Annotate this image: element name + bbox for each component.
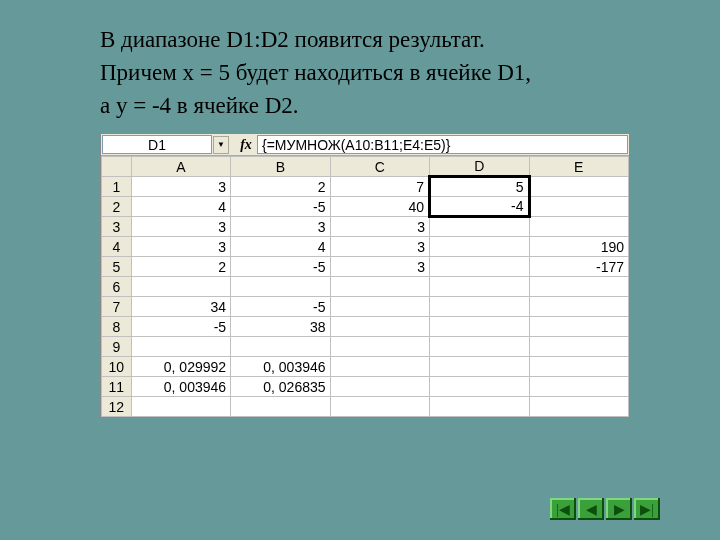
row-header-8[interactable]: 8 [102,317,132,337]
col-header-D[interactable]: D [430,157,529,177]
cell-C12[interactable] [330,397,429,417]
fx-icon[interactable]: fx [235,134,257,155]
col-header-A[interactable]: A [131,157,230,177]
cell-A7[interactable]: 34 [131,297,230,317]
col-header-E[interactable]: E [529,157,629,177]
cell-E9[interactable] [529,337,629,357]
cell-D6[interactable] [430,277,529,297]
table-row: 13275 [102,177,629,197]
cell-A11[interactable]: 0, 003946 [131,377,230,397]
row-header-7[interactable]: 7 [102,297,132,317]
cell-D1[interactable]: 5 [430,177,529,197]
intro-text: В диапазоне D1:D2 появится результат. Пр… [100,24,630,121]
cell-B11[interactable]: 0, 026835 [231,377,330,397]
cell-C1[interactable]: 7 [330,177,429,197]
row-header-1[interactable]: 1 [102,177,132,197]
cell-A5[interactable]: 2 [131,257,230,277]
cell-B2[interactable]: -5 [231,197,330,217]
row-header-9[interactable]: 9 [102,337,132,357]
cell-D5[interactable] [430,257,529,277]
cell-B7[interactable]: -5 [231,297,330,317]
cell-E8[interactable] [529,317,629,337]
row-header-5[interactable]: 5 [102,257,132,277]
name-box[interactable]: D1 ▼ [102,135,212,154]
intro-line-3: а y = -4 в ячейке D2. [100,90,630,121]
cell-E5[interactable]: -177 [529,257,629,277]
cell-B9[interactable] [231,337,330,357]
nav-first-button[interactable]: |◀ [550,498,576,520]
cell-D9[interactable] [430,337,529,357]
cell-A12[interactable] [131,397,230,417]
intro-line-1: В диапазоне D1:D2 появится результат. [100,24,630,55]
cell-D2[interactable]: -4 [430,197,529,217]
cell-C6[interactable] [330,277,429,297]
table-row: 3333 [102,217,629,237]
table-row: 4343190 [102,237,629,257]
cell-B10[interactable]: 0, 003946 [231,357,330,377]
cell-C5[interactable]: 3 [330,257,429,277]
cell-A6[interactable] [131,277,230,297]
cell-C9[interactable] [330,337,429,357]
cell-B4[interactable]: 4 [231,237,330,257]
nav-prev-button[interactable]: ◀ [578,498,604,520]
cell-D10[interactable] [430,357,529,377]
cell-A10[interactable]: 0, 029992 [131,357,230,377]
cell-A4[interactable]: 3 [131,237,230,257]
row-header-10[interactable]: 10 [102,357,132,377]
cell-D7[interactable] [430,297,529,317]
table-row: 9 [102,337,629,357]
col-header-C[interactable]: C [330,157,429,177]
cell-B5[interactable]: -5 [231,257,330,277]
cell-C11[interactable] [330,377,429,397]
cell-D3[interactable] [430,217,529,237]
row-header-12[interactable]: 12 [102,397,132,417]
row-header-2[interactable]: 2 [102,197,132,217]
cell-A2[interactable]: 4 [131,197,230,217]
cell-C4[interactable]: 3 [330,237,429,257]
cell-B8[interactable]: 38 [231,317,330,337]
cell-C8[interactable] [330,317,429,337]
cell-E12[interactable] [529,397,629,417]
cell-C7[interactable] [330,297,429,317]
cell-B3[interactable]: 3 [231,217,330,237]
cell-A9[interactable] [131,337,230,357]
cell-E7[interactable] [529,297,629,317]
cell-B6[interactable] [231,277,330,297]
cell-B12[interactable] [231,397,330,417]
name-box-dropdown-icon[interactable]: ▼ [213,136,229,154]
table-row: 52-53-177 [102,257,629,277]
row-header-11[interactable]: 11 [102,377,132,397]
cell-C2[interactable]: 40 [330,197,429,217]
cell-A1[interactable]: 3 [131,177,230,197]
nav-last-button[interactable]: ▶| [634,498,660,520]
cells-grid[interactable]: A B C D E 1327524-540-43333434319052-53-… [101,156,629,417]
select-all-corner[interactable] [102,157,132,177]
row-header-6[interactable]: 6 [102,277,132,297]
row-header-3[interactable]: 3 [102,217,132,237]
cell-D11[interactable] [430,377,529,397]
formula-input[interactable]: {=МУМНОЖ(A10:B11;E4:E5)} [257,135,628,154]
cell-E4[interactable]: 190 [529,237,629,257]
spreadsheet: D1 ▼ fx {=МУМНОЖ(A10:B11;E4:E5)} A B C D… [100,133,630,418]
cell-E2[interactable] [529,197,629,217]
cell-D4[interactable] [430,237,529,257]
cell-B1[interactable]: 2 [231,177,330,197]
cell-A8[interactable]: -5 [131,317,230,337]
cell-E3[interactable] [529,217,629,237]
cell-D12[interactable] [430,397,529,417]
cell-E6[interactable] [529,277,629,297]
cell-E1[interactable] [529,177,629,197]
cell-E10[interactable] [529,357,629,377]
name-box-value: D1 [148,137,166,153]
table-row: 12 [102,397,629,417]
row-header-4[interactable]: 4 [102,237,132,257]
nav-next-button[interactable]: ▶ [606,498,632,520]
cell-A3[interactable]: 3 [131,217,230,237]
cell-D8[interactable] [430,317,529,337]
cell-C10[interactable] [330,357,429,377]
col-header-B[interactable]: B [231,157,330,177]
table-row: 100, 0299920, 003946 [102,357,629,377]
cell-C3[interactable]: 3 [330,217,429,237]
cell-E11[interactable] [529,377,629,397]
formula-bar: D1 ▼ fx {=МУМНОЖ(A10:B11;E4:E5)} [101,134,629,156]
